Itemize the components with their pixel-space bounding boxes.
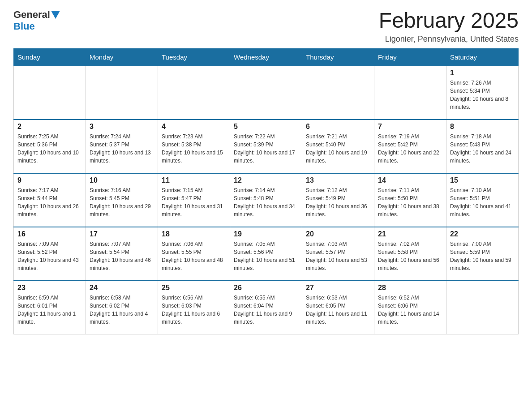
day-number: 21	[378, 230, 442, 238]
day-info: Sunrise: 7:14 AMSunset: 5:48 PMDaylight:…	[234, 186, 298, 218]
day-number: 8	[450, 123, 515, 131]
col-sunday: Sunday	[14, 48, 86, 66]
day-info: Sunrise: 7:05 AMSunset: 5:56 PMDaylight:…	[234, 240, 298, 272]
calendar-cell: 18Sunrise: 7:06 AMSunset: 5:55 PMDayligh…	[158, 227, 230, 281]
calendar-cell: 27Sunrise: 6:53 AMSunset: 6:05 PMDayligh…	[302, 281, 374, 334]
day-number: 12	[234, 176, 298, 184]
day-number: 14	[378, 176, 442, 184]
calendar-cell: 28Sunrise: 6:52 AMSunset: 6:06 PMDayligh…	[374, 281, 446, 334]
calendar-cell: 9Sunrise: 7:17 AMSunset: 5:44 PMDaylight…	[14, 173, 86, 227]
calendar-cell: 21Sunrise: 7:02 AMSunset: 5:58 PMDayligh…	[374, 227, 446, 281]
day-number: 4	[162, 123, 226, 131]
calendar-cell: 16Sunrise: 7:09 AMSunset: 5:52 PMDayligh…	[14, 227, 86, 281]
day-info: Sunrise: 7:10 AMSunset: 5:51 PMDaylight:…	[450, 186, 515, 218]
calendar-cell: 15Sunrise: 7:10 AMSunset: 5:51 PMDayligh…	[446, 173, 519, 227]
day-info: Sunrise: 6:55 AMSunset: 6:04 PMDaylight:…	[234, 294, 298, 326]
page-subtitle: Ligonier, Pennsylvania, United States	[379, 34, 519, 44]
day-info: Sunrise: 7:03 AMSunset: 5:57 PMDaylight:…	[306, 240, 370, 272]
calendar-cell	[86, 66, 158, 120]
day-info: Sunrise: 7:19 AMSunset: 5:42 PMDaylight:…	[378, 133, 442, 165]
day-info: Sunrise: 6:56 AMSunset: 6:03 PMDaylight:…	[162, 294, 226, 326]
calendar-week-1: 1Sunrise: 7:26 AMSunset: 5:34 PMDaylight…	[14, 66, 519, 120]
calendar-cell: 19Sunrise: 7:05 AMSunset: 5:56 PMDayligh…	[230, 227, 302, 281]
day-number: 15	[450, 176, 515, 184]
day-info: Sunrise: 7:07 AMSunset: 5:54 PMDaylight:…	[90, 240, 154, 272]
calendar-cell: 10Sunrise: 7:16 AMSunset: 5:45 PMDayligh…	[86, 173, 158, 227]
day-number: 26	[234, 284, 298, 292]
calendar-table: Sunday Monday Tuesday Wednesday Thursday…	[13, 48, 519, 335]
col-friday: Friday	[374, 48, 446, 66]
day-info: Sunrise: 7:11 AMSunset: 5:50 PMDaylight:…	[378, 186, 442, 218]
calendar-cell: 20Sunrise: 7:03 AMSunset: 5:57 PMDayligh…	[302, 227, 374, 281]
calendar-cell	[374, 66, 446, 120]
day-number: 27	[306, 284, 370, 292]
day-info: Sunrise: 6:58 AMSunset: 6:02 PMDaylight:…	[90, 294, 154, 326]
calendar-cell: 13Sunrise: 7:12 AMSunset: 5:49 PMDayligh…	[302, 173, 374, 227]
day-info: Sunrise: 7:17 AMSunset: 5:44 PMDaylight:…	[17, 186, 82, 218]
day-number: 9	[17, 176, 82, 184]
day-info: Sunrise: 7:18 AMSunset: 5:43 PMDaylight:…	[450, 133, 515, 165]
day-info: Sunrise: 7:22 AMSunset: 5:39 PMDaylight:…	[234, 133, 298, 165]
calendar-week-3: 9Sunrise: 7:17 AMSunset: 5:44 PMDaylight…	[14, 173, 519, 227]
logo-general-text: General	[13, 9, 50, 21]
page-title: February 2025	[379, 9, 519, 33]
day-info: Sunrise: 7:02 AMSunset: 5:58 PMDaylight:…	[378, 240, 442, 272]
calendar-cell: 8Sunrise: 7:18 AMSunset: 5:43 PMDaylight…	[446, 120, 519, 173]
calendar-cell	[14, 66, 86, 120]
day-info: Sunrise: 6:53 AMSunset: 6:05 PMDaylight:…	[306, 294, 370, 326]
calendar-cell: 1Sunrise: 7:26 AMSunset: 5:34 PMDaylight…	[446, 66, 519, 120]
calendar-cell	[446, 281, 519, 334]
day-number: 10	[90, 176, 154, 184]
col-saturday: Saturday	[446, 48, 519, 66]
col-monday: Monday	[86, 48, 158, 66]
calendar-week-5: 23Sunrise: 6:59 AMSunset: 6:01 PMDayligh…	[14, 281, 519, 334]
day-number: 1	[450, 69, 515, 77]
col-tuesday: Tuesday	[158, 48, 230, 66]
day-info: Sunrise: 7:12 AMSunset: 5:49 PMDaylight:…	[306, 186, 370, 218]
day-number: 20	[306, 230, 370, 238]
title-section: February 2025 Ligonier, Pennsylvania, Un…	[379, 9, 519, 44]
logo-triangle-icon	[51, 11, 60, 19]
day-info: Sunrise: 7:23 AMSunset: 5:38 PMDaylight:…	[162, 133, 226, 165]
calendar-cell: 6Sunrise: 7:21 AMSunset: 5:40 PMDaylight…	[302, 120, 374, 173]
day-number: 3	[90, 123, 154, 131]
day-number: 17	[90, 230, 154, 238]
day-number: 13	[306, 176, 370, 184]
calendar-cell: 14Sunrise: 7:11 AMSunset: 5:50 PMDayligh…	[374, 173, 446, 227]
col-wednesday: Wednesday	[230, 48, 302, 66]
calendar-cell: 4Sunrise: 7:23 AMSunset: 5:38 PMDaylight…	[158, 120, 230, 173]
calendar-cell: 3Sunrise: 7:24 AMSunset: 5:37 PMDaylight…	[86, 120, 158, 173]
day-number: 22	[450, 230, 515, 238]
col-thursday: Thursday	[302, 48, 374, 66]
calendar-cell: 2Sunrise: 7:25 AMSunset: 5:36 PMDaylight…	[14, 120, 86, 173]
logo: General Blue	[13, 9, 61, 32]
logo-blue-text: Blue	[13, 21, 35, 32]
calendar-cell: 23Sunrise: 6:59 AMSunset: 6:01 PMDayligh…	[14, 281, 86, 334]
calendar-cell: 11Sunrise: 7:15 AMSunset: 5:47 PMDayligh…	[158, 173, 230, 227]
calendar-cell	[158, 66, 230, 120]
calendar-cell: 5Sunrise: 7:22 AMSunset: 5:39 PMDaylight…	[230, 120, 302, 173]
day-info: Sunrise: 6:52 AMSunset: 6:06 PMDaylight:…	[378, 294, 442, 326]
day-number: 16	[17, 230, 82, 238]
day-info: Sunrise: 7:21 AMSunset: 5:40 PMDaylight:…	[306, 133, 370, 165]
calendar-week-2: 2Sunrise: 7:25 AMSunset: 5:36 PMDaylight…	[14, 120, 519, 173]
day-info: Sunrise: 7:26 AMSunset: 5:34 PMDaylight:…	[450, 79, 515, 111]
page-header: General Blue February 2025 Ligonier, Pen…	[13, 9, 519, 44]
calendar-cell: 7Sunrise: 7:19 AMSunset: 5:42 PMDaylight…	[374, 120, 446, 173]
day-number: 24	[90, 284, 154, 292]
calendar-cell: 24Sunrise: 6:58 AMSunset: 6:02 PMDayligh…	[86, 281, 158, 334]
day-number: 18	[162, 230, 226, 238]
day-info: Sunrise: 7:00 AMSunset: 5:59 PMDaylight:…	[450, 240, 515, 272]
calendar-header-row: Sunday Monday Tuesday Wednesday Thursday…	[14, 48, 519, 66]
day-number: 2	[17, 123, 82, 131]
calendar-cell: 12Sunrise: 7:14 AMSunset: 5:48 PMDayligh…	[230, 173, 302, 227]
calendar-cell: 17Sunrise: 7:07 AMSunset: 5:54 PMDayligh…	[86, 227, 158, 281]
day-number: 19	[234, 230, 298, 238]
calendar-cell: 22Sunrise: 7:00 AMSunset: 5:59 PMDayligh…	[446, 227, 519, 281]
day-info: Sunrise: 6:59 AMSunset: 6:01 PMDaylight:…	[17, 294, 82, 326]
calendar-cell: 25Sunrise: 6:56 AMSunset: 6:03 PMDayligh…	[158, 281, 230, 334]
day-number: 28	[378, 284, 442, 292]
calendar-cell	[302, 66, 374, 120]
day-info: Sunrise: 7:15 AMSunset: 5:47 PMDaylight:…	[162, 186, 226, 218]
day-info: Sunrise: 7:06 AMSunset: 5:55 PMDaylight:…	[162, 240, 226, 272]
